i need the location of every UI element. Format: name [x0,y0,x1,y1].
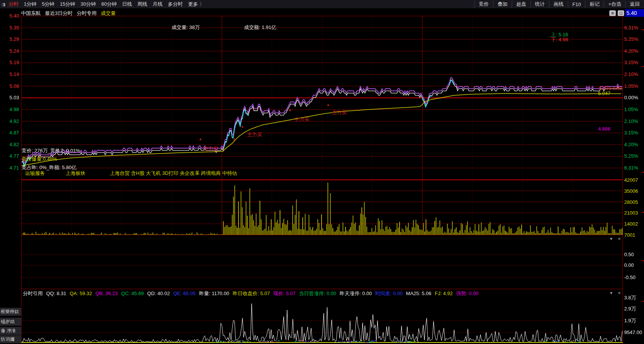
left-side-tab-0[interactable]: 椎樂檸奴 [0,308,21,316]
indicator-label[interactable]: 成交量 [101,10,116,17]
topbar-tab-1[interactable]: 1分钟 [24,1,36,8]
topbar-tab-3[interactable]: 15分钟 [60,1,75,8]
cursor-price-box: 5.40 [625,9,644,17]
percent-axis-label: 6.31% [624,25,638,30]
topbar-tab-8[interactable]: 月线 [153,1,162,8]
topbar-menu-8[interactable]: 返回 [625,1,644,8]
topbar-tab-0[interactable]: 分时 [8,1,18,8]
topbar-menu-0[interactable]: 竞价 [474,1,493,8]
pane2-axis-label: 0.00 [624,263,634,268]
mode-label: 分时专用 [77,10,96,17]
price-axis-label: 5.29 [0,37,19,42]
topbar-menu-6[interactable]: 标记 [585,1,604,8]
title-bar: 中国东航 最近3日分时 分时专用 成交量 [21,10,116,17]
edge-marker [642,66,644,67]
percent-axis-label: 4.20% [624,48,638,53]
price-axis-label: 4.71 [0,165,19,170]
volume-axis-label: 14002 [624,221,638,226]
percent-axis-label: 3.15% [624,60,638,65]
indicator-header-item-10: 当日曾涨停: 0.00 [299,291,336,296]
topbar-tab-9[interactable]: 多分时 [168,1,183,8]
volume-overlay-label: 成交量: 38万 [172,25,200,30]
indicator-header-item-7: 昨量: 1170.00 [199,291,229,296]
topbar-menu-5[interactable]: F10 [568,2,585,7]
volume-axis-label: 21003 [624,210,638,215]
indicator-header-item-0: 分时引用 [23,291,43,296]
topbar-tab-7[interactable]: 周线 [137,1,147,8]
price-axis-label: 4.92 [0,119,19,124]
topbar-tab-4[interactable]: 30分钟 [80,1,96,8]
indicator-header-item-11: 昨天涨停: 0.00 [340,291,372,296]
topbar-tab-10[interactable]: 更多 〉 [188,1,204,8]
split-window-icon[interactable]: ◫ [618,10,624,16]
percent-axis-label: 6.31% [624,165,638,170]
edge-marker [642,260,644,261]
percent-axis-label: 4.20% [624,142,638,147]
pane2-close-icon[interactable]: ✕ [618,237,621,241]
zoom-window-icon[interactable]: ⊕ [609,10,616,16]
pane2-collapse-icon[interactable]: ▼ [609,237,613,241]
percent-axis-label: 3.15% [624,130,638,135]
percent-axis-label: 2.10% [624,72,638,77]
left-side-tab-2[interactable]: 像 净湌 [0,327,21,335]
low-price-tag: 4.886 [598,126,610,132]
topbar-tab-6[interactable]: 日线 [122,1,132,8]
bid-info-line2: 竞价爆量:0.48% [22,157,57,162]
bid-info-line1: 竞价: 276万_竞换Z: 0.01% [22,148,80,153]
main-force-buy-label: 主力买 [332,110,347,115]
topbar-menu-3[interactable]: 统计 [530,1,549,8]
topbar-tab-2[interactable]: 5分钟 [42,1,55,8]
pane3-close-icon[interactable]: ✕ [618,291,621,295]
indicator-header-item-2: QA: 59.32 [70,291,92,296]
buy-signal-arrow-icon: ▲ [241,125,244,128]
edge-marker [642,172,644,173]
stock-name: 中国东航 [21,10,41,17]
percent-axis-label: 0.00% [624,95,638,100]
industry-tag[interactable]: 运输服务 [25,171,45,176]
pane2-axis-label: 0.50 [624,252,634,257]
right-menu: 竞价叠加超盘统计画线F10标记+自选返回 [474,0,644,8]
indicator-header-item-6: QE: 65.05 [173,291,196,296]
topbar-menu-7[interactable]: +自选 [604,1,625,8]
pane3-axis-label: 2.9万 [624,306,636,311]
topbar-menu-1[interactable]: 叠加 [493,1,512,8]
price-axis-label: 5.08 [0,84,19,89]
price-axis-label: 5.40 [0,13,19,18]
volume-axis-label: 42007 [624,178,638,182]
band-lower-label: 下: 4.98 [551,37,568,42]
indicator-header-item-15: 强势: 0.00 [456,291,479,296]
price-axis-label: 5.24 [0,48,19,53]
topbar-menu-2[interactable]: 超盘 [512,1,530,8]
pane3-axis-label: 3.8万 [624,295,636,300]
indicator-header-item-8: 昨日收盘价: 5.07 [233,291,270,296]
buy-signal-arrow-icon: ▲ [288,108,292,112]
price-axis-label: 4.98 [0,107,19,112]
indicator-header-item-5: QD: 40.02 [147,291,170,296]
left-side-tab-1[interactable]: 晹岁姳椤? [0,318,21,326]
amount-overlay-label: 成交额: 1.91亿 [244,25,276,30]
indicator-header-item-1: QQ: 8.31 [46,291,66,296]
price-axis-label: 5.03 [0,95,19,100]
price-axis-label: 5.19 [0,60,19,65]
pane3-axis-label: 9547.00 [624,330,642,335]
indicator-header-item-3: QB: 36.23 [95,291,118,296]
volume-axis-label: 7001 [624,233,635,237]
price-axis-label: 4.77 [0,153,19,158]
pane2-controls: ▼ ✕ [609,237,621,241]
main-force-buy-label: 主力买 [247,132,262,137]
buy-signal-arrow-icon: ▲ [199,137,202,141]
indicator-header-row: 分时引用QQ: 8.31QA: 59.32QB: 36.23QC: 45.69Q… [23,291,479,296]
avg-price-tag: 5.047 [598,91,610,96]
main-force-buy-label: 主力买 [294,117,309,122]
percent-axis-label: 2.10% [624,119,638,124]
topbar-tab-5[interactable]: 60分钟 [101,1,117,8]
chart-stage: 中国东航 最近3日分时 分时专用 成交量 ⊕ ◫ 5.40 成交量: 38万 成… [0,8,644,344]
top-menu-bar: ◨ 分时1分钟5分钟15分钟30分钟60分钟日线周线月线多分时更多 〉 竞价叠加… [0,0,644,8]
industry-tag[interactable]: 上海自贸 含H股 大飞机 3D打印 央企改革 跨境电商 中特估 [110,171,237,176]
industry-tag[interactable]: 上海板块 [66,171,85,176]
topbar-menu-4[interactable]: 画线 [549,1,568,8]
panel-toggle-icon[interactable]: ◨ [2,2,5,7]
left-side-tab-3[interactable]: 纺涓嬭 [0,335,21,343]
pane3-collapse-icon[interactable]: ▼ [609,291,613,295]
price-axis-label: 5.35 [0,25,19,30]
